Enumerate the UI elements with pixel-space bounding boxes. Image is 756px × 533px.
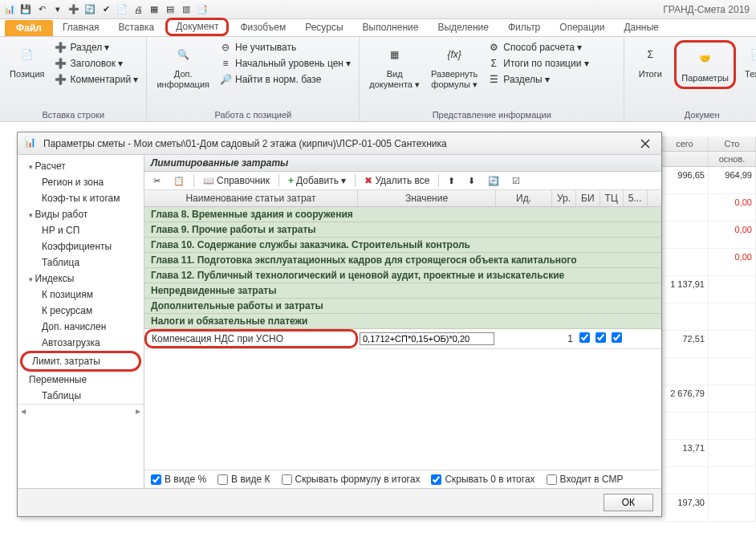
plus-icon[interactable]: ➕: [67, 3, 80, 16]
tree-item[interactable]: Коэф-ты к итогам: [18, 190, 144, 206]
find-norm-button[interactable]: 🔎Найти в норм. базе: [217, 72, 352, 87]
add-button[interactable]: + Добавить ▾: [284, 174, 350, 187]
sections-menu[interactable]: ☰Разделы ▾: [486, 72, 590, 87]
tree-item[interactable]: Таблица: [18, 254, 144, 271]
tree-item[interactable]: Коэффициенты: [18, 238, 144, 254]
ignore-button[interactable]: ⊖Не учитывать: [217, 40, 352, 55]
chapter-header[interactable]: Налоги и обязательные платежи: [144, 314, 661, 329]
position-totals-menu[interactable]: ΣИтоги по позиции ▾: [486, 56, 590, 71]
expand-formulas-button[interactable]: {fx} Развернуть формулы ▾: [428, 40, 481, 91]
tab-data[interactable]: Данные: [614, 19, 668, 36]
tab-insert[interactable]: Вставка: [109, 19, 165, 36]
copy-button[interactable]: 📋: [169, 175, 189, 187]
tree-scrollbar[interactable]: ◂▸: [18, 404, 144, 417]
panel-toolbar: ✂ 📋 📖 Справочник + Добавить ▾ ✖ Удалить …: [144, 172, 661, 190]
option-1[interactable]: В виде К: [217, 474, 270, 485]
extra-info-button[interactable]: 🔍 Доп. информация: [153, 40, 213, 91]
tab-main[interactable]: Главная: [53, 19, 109, 36]
cb-tc[interactable]: [595, 332, 606, 343]
refresh2-button[interactable]: 🔄: [484, 175, 503, 187]
ok-button[interactable]: ОК: [604, 494, 653, 511]
tab-phys[interactable]: Физобъем: [230, 19, 295, 36]
redo-icon[interactable]: ▾: [51, 3, 64, 16]
chapter-header[interactable]: Глава 10. Содержание службы заказчика. С…: [144, 238, 661, 253]
tab-operations[interactable]: Операции: [550, 19, 614, 36]
comment-menu[interactable]: ➕Комментарий ▾: [53, 72, 140, 87]
layout2-icon[interactable]: ▤: [164, 3, 177, 16]
chapter-header[interactable]: Глава 9. Прочие работы и затраты: [144, 222, 661, 238]
chapter-header[interactable]: Глава 8. Временные здания и сооружения: [144, 207, 661, 222]
dialog-title: Параметры сметы - Мои сметы\01-Дом садов…: [43, 138, 447, 149]
ribbon-group-work: 🔍 Доп. информация ⊖Не учитывать ≡Начальн…: [147, 37, 360, 121]
column-headers: Наименование статьи затрат Значение Ид. …: [144, 190, 661, 207]
refresh-icon[interactable]: 🔄: [83, 3, 96, 16]
calc-method-menu[interactable]: ⚙Способ расчета ▾: [486, 40, 590, 55]
option-3[interactable]: Скрывать 0 в итогах: [431, 474, 534, 485]
tree-item[interactable]: Переменные: [18, 372, 144, 388]
check2-button[interactable]: ☑: [508, 175, 524, 187]
reference-button[interactable]: 📖 Справочник: [199, 174, 274, 187]
tree-item[interactable]: Доп. начислен: [18, 319, 144, 335]
level-icon: ≡: [219, 57, 232, 70]
tree-item[interactable]: Регион и зона: [18, 174, 144, 190]
cb-bi[interactable]: [579, 332, 590, 343]
gear-icon: ⚙: [487, 41, 500, 54]
position-button[interactable]: 📄 Позиция: [6, 40, 48, 81]
tech-button[interactable]: 📄 Техни: [741, 40, 756, 81]
close-button[interactable]: [636, 136, 655, 152]
parameters-button[interactable]: 🤝 Параметры: [678, 44, 732, 85]
chapter-header[interactable]: Непредвиденные затраты: [144, 283, 661, 299]
panel-header: Лимитированные затраты: [144, 155, 661, 172]
scissors-button[interactable]: ✂: [149, 175, 165, 187]
totals-button[interactable]: Σ Итоги: [631, 40, 669, 81]
check-icon[interactable]: ✔: [100, 3, 112, 16]
tree-item[interactable]: Автозагрузка: [18, 335, 144, 351]
doc-view-button[interactable]: ▦ Вид документа ▾: [366, 40, 423, 91]
layout1-icon[interactable]: ▦: [148, 3, 161, 16]
move-down-button[interactable]: ⬇: [464, 175, 479, 187]
tree-item[interactable]: Расчет: [18, 158, 144, 174]
chapter-header[interactable]: Дополнительные работы и затраты: [144, 299, 661, 314]
chapter-header[interactable]: Глава 12. Публичный технологический и це…: [144, 268, 661, 283]
layout3-icon[interactable]: ▥: [180, 3, 193, 16]
undo-icon[interactable]: ↶: [35, 3, 48, 16]
tab-resources[interactable]: Ресурсы: [295, 19, 352, 36]
delete-all-button[interactable]: ✖ Удалить все: [360, 174, 433, 187]
tab-file[interactable]: Файл: [5, 20, 53, 36]
options-row: В виде %В виде КСкрывать формулу в итога…: [144, 470, 661, 488]
tree-item[interactable]: Виды работ: [18, 206, 144, 222]
option-0[interactable]: В виде %: [151, 474, 206, 485]
tool-icon[interactable]: 📄: [116, 3, 128, 16]
tab-document[interactable]: Документ: [165, 18, 229, 36]
x-icon[interactable]: 📑: [196, 3, 209, 16]
save-icon[interactable]: 💾: [19, 3, 32, 16]
header-menu[interactable]: ➕Заголовок ▾: [53, 56, 140, 71]
handshake-icon: 🤝: [693, 46, 718, 71]
base-price-menu[interactable]: ≡Начальный уровень цен ▾: [217, 56, 352, 71]
cost-row-value-input[interactable]: [360, 332, 494, 345]
tree-item[interactable]: НР и СП: [18, 222, 144, 238]
cb-5[interactable]: [612, 332, 622, 343]
tree-item[interactable]: Таблицы: [18, 388, 144, 404]
tree-item[interactable]: К ресурсам: [18, 303, 144, 319]
tab-selection[interactable]: Выделение: [428, 19, 498, 36]
tree-item[interactable]: К позициям: [18, 287, 144, 303]
tab-execution[interactable]: Выполнение: [353, 19, 429, 36]
cost-row[interactable]: Компенсация НДС при УСНО 1: [144, 329, 661, 349]
section-menu[interactable]: ➕Раздел ▾: [53, 40, 140, 55]
tab-filter[interactable]: Фильтр: [498, 19, 550, 36]
option-2[interactable]: Скрывать формулу в итогах: [282, 474, 421, 485]
magnifier-icon: 🔍: [170, 42, 196, 67]
move-up-button[interactable]: ⬆: [444, 175, 459, 187]
sigma-icon: Σ: [487, 57, 500, 70]
ribbon-group-view: ▦ Вид документа ▾ {fx} Развернуть формул…: [360, 37, 624, 121]
table-icon: ▦: [382, 42, 408, 67]
chapter-header[interactable]: Глава 11. Подготовка эксплуатационных ка…: [144, 253, 661, 268]
ribbon-tabs: Файл Главная Вставка Документ Физобъем Р…: [0, 19, 756, 37]
position-icon: 📄: [14, 42, 40, 67]
right-panel: Лимитированные затраты ✂ 📋 📖 Справочник …: [144, 155, 661, 488]
tree-item[interactable]: Индексы: [18, 271, 144, 287]
tree-item[interactable]: Лимит. затраты: [20, 351, 141, 372]
option-4[interactable]: Входит в СМР: [547, 474, 624, 485]
print-icon[interactable]: 🖨: [132, 3, 144, 16]
